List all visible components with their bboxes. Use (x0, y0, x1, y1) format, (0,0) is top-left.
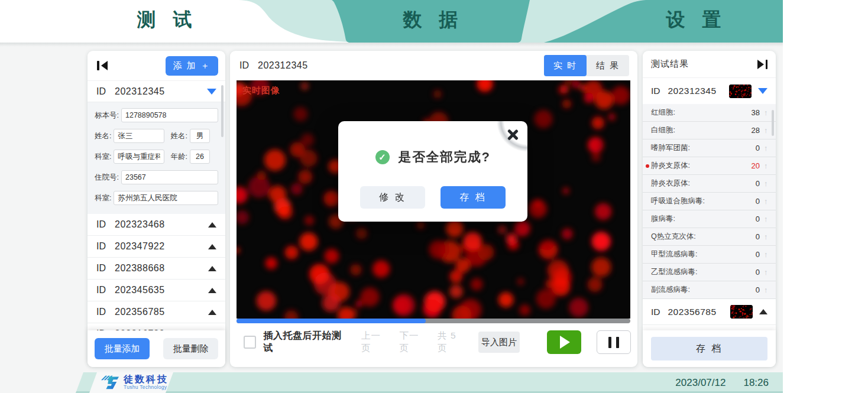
tab-data[interactable]: 数 据 (403, 7, 464, 33)
live-view-panel: ID 202312345 实 时 结 果 实时图像 ✓ 是否全部完成? 修 改 (230, 51, 637, 367)
up-arrow-icon: ↑ (764, 162, 771, 170)
result-row: 肺炎衣原体: 0 ↑ (643, 175, 776, 193)
name-field[interactable] (114, 129, 164, 143)
result-current-id-row[interactable]: ID 202312345 (643, 78, 776, 104)
sample-id-list-item[interactable]: ID 202347922 (88, 236, 225, 258)
pause-button[interactable] (597, 330, 631, 354)
result-label: 副流感病毒: (651, 285, 690, 295)
prev-page-button[interactable]: 上一页 (361, 330, 390, 355)
add-sample-button[interactable]: 添 加 ＋ (166, 56, 218, 76)
result-value: 0 (756, 215, 760, 223)
dialog-title: 是否全部完成? (399, 148, 491, 166)
age-field[interactable] (190, 150, 210, 164)
collapse-bar (766, 60, 768, 69)
close-icon[interactable] (506, 128, 520, 142)
up-arrow-icon: ↑ (764, 144, 771, 152)
archive-button[interactable]: 存 档 (441, 186, 506, 209)
chevron-up-icon[interactable] (208, 266, 216, 271)
pager: 上一页 下一页 共 5 页 (361, 330, 468, 355)
result-label: 乙型流感病毒: (651, 267, 697, 277)
import-image-button[interactable]: 导入图片 (478, 332, 520, 353)
sample-info-form: 标本号: 姓名: 姓名: 科室: 年龄: 住院号: 科室: (88, 102, 225, 214)
result-label: 嗜肺军团菌: (651, 143, 690, 153)
pause-icon (608, 337, 611, 348)
results-footer: 存 档 (643, 330, 776, 367)
current-sample-id: 202312345 (115, 86, 165, 97)
chevron-up-icon[interactable] (208, 288, 216, 293)
collapse-right-triangle (757, 60, 764, 69)
sample-id-list-item[interactable]: ID 202345635 (88, 280, 225, 301)
banner-shadow (0, 43, 783, 47)
specimen-field[interactable] (121, 108, 218, 122)
result-row: 甲型流感病毒: 0 ↑ (643, 246, 776, 264)
chevron-up-icon[interactable] (208, 310, 216, 315)
next-page-button[interactable]: 下一页 (400, 330, 428, 355)
result-row: 嗜肺军团菌: 0 ↑ (643, 139, 776, 157)
dept-field[interactable] (114, 150, 164, 164)
collapse-right-panel-icon[interactable] (757, 60, 768, 69)
result-value: 20 (752, 161, 760, 170)
sample-list-panel: 添 加 ＋ ID 202312345 标本号: 姓名: 姓名: 科室: 年龄: (88, 51, 225, 367)
sample-id: 202347922 (115, 241, 165, 252)
result-next-id-row[interactable]: ID 202356785 (643, 299, 776, 325)
chevron-up-icon[interactable] (208, 222, 216, 228)
id-prefix: ID (96, 219, 106, 230)
id-prefix: ID (651, 307, 660, 317)
collapse-left-panel-icon[interactable] (97, 61, 108, 70)
result-thumbnail (729, 85, 752, 98)
tab-settings[interactable]: 设 置 (666, 7, 727, 33)
batch-add-button[interactable]: 批量添加 (95, 338, 150, 359)
archive-all-button[interactable]: 存 档 (651, 337, 767, 360)
result-label: 呼吸道合胞病毒: (651, 196, 705, 206)
batch-actions-bar: 批量添加 批量删除 (88, 330, 225, 367)
admission-field[interactable] (121, 170, 218, 184)
current-sample-id-row[interactable]: ID 202312345 (88, 80, 225, 102)
id-prefix: ID (651, 86, 660, 96)
chevron-down-icon[interactable] (207, 89, 216, 95)
chevron-up-icon[interactable] (208, 244, 216, 249)
sample-id: 202356785 (115, 307, 165, 317)
result-value: 0 (756, 268, 760, 277)
brand-subtitle: Tushu Technology (124, 384, 169, 390)
sample-id: 202345635 (115, 285, 165, 295)
tab-realtime[interactable]: 实 时 (544, 55, 587, 76)
live-view-header: ID 202312345 实 时 结 果 (230, 51, 637, 80)
gender-label: 姓名: (170, 131, 187, 141)
play-button[interactable] (547, 330, 581, 354)
gender-field[interactable] (190, 129, 210, 143)
batch-delete-button[interactable]: 批量删除 (163, 338, 218, 359)
left-panel-scrollbar[interactable] (221, 85, 224, 137)
chevron-up-icon[interactable] (759, 309, 767, 314)
date-label: 2023/07/12 (675, 377, 726, 389)
name-label: 姓名: (95, 131, 111, 141)
result-row: 红细胞: 38 ↑ (643, 104, 776, 122)
sample-id-list-item[interactable]: ID 202323468 (88, 214, 225, 236)
up-arrow-icon: ↑ (764, 233, 771, 241)
top-nav-banner: 测 试 数 据 设 置 (0, 0, 783, 43)
right-panel-scrollbar[interactable] (772, 110, 774, 136)
check-icon: ✓ (375, 150, 390, 164)
sample-id-list-item[interactable]: ID 202356785 (88, 301, 225, 323)
hospital-field[interactable] (114, 191, 218, 205)
modify-button[interactable]: 修 改 (360, 186, 425, 209)
total-pages-label: 共 5 页 (438, 330, 468, 355)
result-row: Q热立克次体: 0 ↑ (643, 228, 776, 246)
id-prefix: ID (96, 86, 106, 97)
tab-result[interactable]: 结 果 (587, 55, 629, 76)
id-prefix: ID (96, 241, 106, 252)
banner-tab-shapes (0, 0, 783, 43)
start-after-tray-checkbox[interactable] (244, 336, 256, 349)
up-arrow-icon: ↑ (764, 268, 771, 277)
result-thumbnail (730, 305, 753, 319)
chevron-down-icon[interactable] (758, 88, 767, 94)
start-after-tray-label: 插入托盘后开始测试 (263, 330, 348, 355)
result-row: 副流感病毒: 0 ↑ (643, 281, 776, 299)
sample-id-list-item[interactable]: ID 202388668 (88, 258, 225, 280)
result-row: 乙型流感病毒: 0 ↑ (643, 264, 776, 281)
result-value: 0 (756, 250, 760, 259)
age-label: 年龄: (170, 152, 187, 162)
brand-name: 徒数科技 (124, 375, 169, 385)
tab-test[interactable]: 测 试 (137, 7, 198, 33)
brand-logo: 徒数科技 Tushu Technology (101, 374, 169, 391)
tushu-logo-icon (101, 374, 119, 391)
